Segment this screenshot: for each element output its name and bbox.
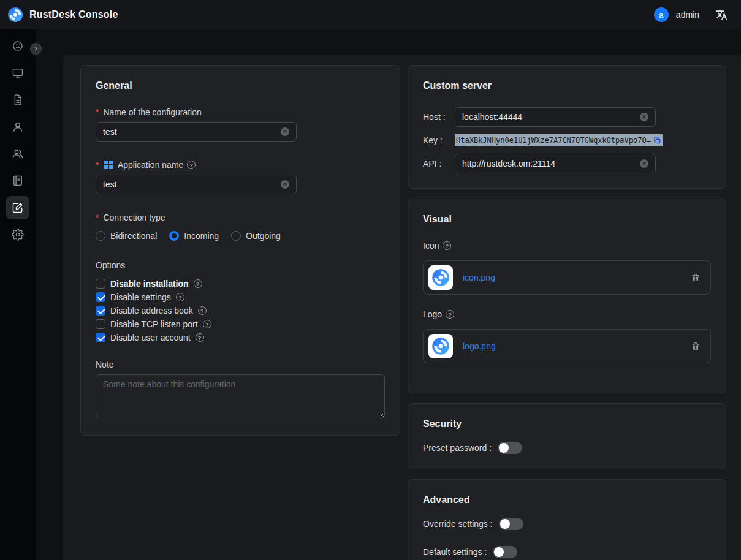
default-settings-toggle[interactable] bbox=[493, 546, 517, 558]
connection-type-label-text: Connection type bbox=[103, 213, 165, 222]
trash-icon[interactable] bbox=[691, 273, 701, 282]
logo-file-link[interactable]: logo.png bbox=[463, 341, 496, 351]
rustdesk-logo-icon bbox=[7, 7, 23, 23]
icon-thumbnail bbox=[428, 265, 453, 290]
preset-password-row: Preset password : bbox=[423, 442, 711, 454]
document-icon bbox=[12, 94, 24, 106]
override-settings-label: Override settings : bbox=[423, 519, 493, 529]
connection-type-label: Connection type bbox=[96, 213, 385, 222]
radio-incoming[interactable]: Incoming bbox=[169, 231, 219, 241]
key-value: HtaXBkJNHyn0e1U1jWXze7A7CN7QTGWqxkOtpaVp… bbox=[456, 135, 651, 146]
sidebar-item-devices[interactable] bbox=[6, 61, 29, 85]
help-icon[interactable] bbox=[194, 279, 202, 288]
security-title: Security bbox=[423, 418, 711, 429]
options-list: Disable installation Disable settings Di… bbox=[96, 279, 385, 342]
sidebar-item-address-books[interactable] bbox=[6, 169, 29, 192]
radio-button[interactable] bbox=[96, 231, 105, 241]
help-icon[interactable] bbox=[198, 306, 207, 315]
radio-label: Incoming bbox=[184, 231, 219, 241]
radio-button[interactable] bbox=[169, 231, 179, 241]
user-icon bbox=[12, 121, 24, 133]
option-disable-user-account[interactable]: Disable user account bbox=[96, 333, 385, 342]
checkbox[interactable] bbox=[96, 292, 105, 302]
app-name-field-label-text: Application name bbox=[118, 160, 183, 170]
radio-outgoing[interactable]: Outgoing bbox=[231, 231, 281, 241]
radio-button[interactable] bbox=[231, 231, 241, 241]
host-row: Host : bbox=[423, 107, 711, 127]
header-right: a admin bbox=[654, 7, 728, 22]
windows-logo-icon bbox=[104, 161, 113, 169]
users-group-icon bbox=[12, 148, 24, 160]
preset-password-toggle[interactable] bbox=[498, 442, 522, 454]
help-icon[interactable] bbox=[176, 293, 184, 301]
icon-label: Icon bbox=[423, 241, 711, 251]
option-label: Disable address book bbox=[110, 306, 193, 316]
monitor-icon bbox=[12, 67, 24, 79]
sidebar-item-users[interactable] bbox=[6, 115, 29, 138]
radio-label: Outgoing bbox=[246, 231, 281, 241]
help-icon[interactable] bbox=[196, 333, 204, 342]
checkbox[interactable] bbox=[96, 333, 105, 342]
sidebar-item-audit-log[interactable] bbox=[6, 88, 29, 112]
smiley-icon bbox=[12, 40, 24, 52]
icon-file-link[interactable]: icon.png bbox=[463, 273, 495, 282]
translate-icon[interactable] bbox=[715, 9, 728, 21]
option-disable-settings[interactable]: Disable settings bbox=[96, 292, 385, 302]
help-icon[interactable] bbox=[446, 310, 454, 319]
clear-icon[interactable] bbox=[640, 113, 648, 121]
option-label: Disable user account bbox=[110, 333, 191, 342]
key-row: Key : HtaXBkJNHyn0e1U1jWXze7A7CN7QTGWqxk… bbox=[423, 134, 711, 146]
help-icon[interactable] bbox=[203, 320, 211, 328]
name-field-label-text: Name of the configuration bbox=[103, 107, 201, 117]
top-bar: RustDesk Console a admin bbox=[0, 0, 741, 29]
logo-label: Logo bbox=[423, 309, 711, 319]
override-settings-toggle[interactable] bbox=[499, 518, 523, 530]
host-input[interactable] bbox=[462, 112, 640, 122]
sidebar-item-groups[interactable] bbox=[6, 142, 29, 165]
note-textarea[interactable] bbox=[96, 374, 385, 418]
required-asterisk bbox=[96, 160, 99, 170]
name-input-box bbox=[96, 122, 297, 142]
icon-file-box: icon.png bbox=[423, 260, 711, 295]
username[interactable]: admin bbox=[676, 10, 699, 20]
sidebar-item-dashboard[interactable] bbox=[6, 34, 29, 58]
option-label: Disable installation bbox=[110, 279, 189, 289]
host-label: Host : bbox=[423, 112, 455, 122]
app-name-field-label: Application name bbox=[96, 160, 385, 170]
connection-type-radio-group: Bidirectional Incoming Outgoing bbox=[96, 231, 385, 241]
checkbox[interactable] bbox=[96, 319, 105, 329]
clear-icon[interactable] bbox=[281, 180, 289, 189]
brand: RustDesk Console bbox=[7, 7, 118, 23]
option-disable-installation[interactable]: Disable installation bbox=[96, 279, 385, 289]
general-card: General Name of the configuration Applic… bbox=[80, 65, 400, 436]
name-field-label: Name of the configuration bbox=[96, 107, 385, 117]
trash-icon[interactable] bbox=[691, 341, 701, 351]
checkbox[interactable] bbox=[96, 279, 105, 289]
help-icon[interactable] bbox=[187, 161, 196, 169]
custom-server-title: Custom server bbox=[423, 80, 711, 91]
clear-icon[interactable] bbox=[640, 159, 648, 168]
copy-icon[interactable] bbox=[653, 136, 661, 145]
sidebar-item-custom-clients[interactable] bbox=[6, 196, 29, 219]
clear-icon[interactable] bbox=[281, 127, 289, 136]
sidebar-item-settings[interactable] bbox=[6, 223, 29, 246]
advanced-title: Advanced bbox=[423, 494, 711, 505]
api-input-box bbox=[455, 154, 656, 173]
option-disable-address-book[interactable]: Disable address book bbox=[96, 306, 385, 316]
avatar[interactable]: a bbox=[654, 7, 669, 22]
gear-icon bbox=[12, 229, 24, 241]
note-label: Note bbox=[96, 360, 385, 369]
app-name-input[interactable] bbox=[103, 180, 281, 189]
api-input[interactable] bbox=[462, 159, 640, 168]
help-icon[interactable] bbox=[443, 241, 451, 250]
name-input[interactable] bbox=[103, 127, 281, 137]
custom-server-card: Custom server Host : Key : HtaXBkJNHyn0e… bbox=[408, 65, 726, 189]
app-name-input-box bbox=[96, 175, 297, 194]
checkbox[interactable] bbox=[96, 306, 105, 316]
option-disable-tcp-listen-port[interactable]: Disable TCP listen port bbox=[96, 319, 385, 329]
visual-card: Visual Icon icon.png bbox=[408, 199, 726, 393]
default-settings-row: Default settings : bbox=[423, 546, 711, 558]
preset-password-label: Preset password : bbox=[423, 443, 492, 453]
radio-bidirectional[interactable]: Bidirectional bbox=[96, 231, 157, 241]
sidebar-expand-button[interactable] bbox=[30, 43, 42, 55]
